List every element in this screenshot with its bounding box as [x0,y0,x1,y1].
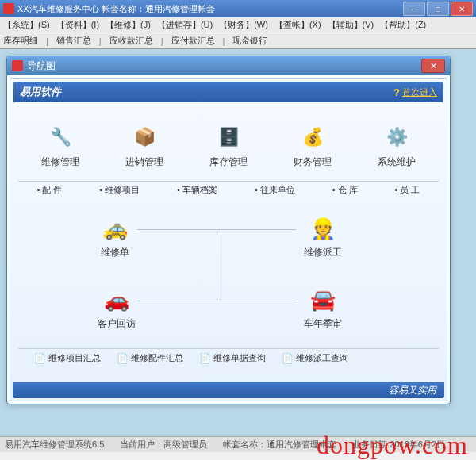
slogan-text: 容易又实用 [389,384,436,397]
report-dispatch[interactable]: 维修派工查询 [282,352,348,364]
car-icon: 🚗 [99,285,134,315]
tool-payable[interactable]: 应付款汇总 [171,35,215,47]
nav-close-button[interactable]: ✕ [421,59,445,73]
menu-repair[interactable]: 【维修】(J) [106,19,151,31]
report-orders[interactable]: 维修单据查询 [199,352,266,364]
close-button[interactable]: ✕ [451,2,473,16]
toolbar: 库存明细| 销售汇总| 应收款汇总| 应付款汇总| 现金银行 [0,33,476,49]
cabinet-icon: 🗄️ [213,122,244,152]
tool-inventory[interactable]: 库存明细 [3,35,38,47]
menu-aux[interactable]: 【辅助】(V) [328,19,374,31]
module-system[interactable]: ⚙️ 系统维护 [378,122,416,169]
report-parts[interactable]: 维修配件汇总 [117,352,183,364]
brand-text: 易用软件 [20,85,61,99]
menubar: 【系统】(S) 【资料】(I) 【维修】(J) 【进销存】(U) 【财务】(W)… [0,17,476,33]
nav-titlebar: 导航图 ✕ [7,56,450,75]
flow-callback[interactable]: 🚗 客户回访 [98,285,136,331]
sub-parts[interactable]: • 配 件 [36,184,62,196]
mdi-workspace: 导航图 ✕ 易用软件 ? 首次进入 🔧 维修管理 📦 进销管理 [0,49,476,436]
menu-help[interactable]: 【帮助】(Z) [380,19,426,31]
brand-bar: 易用软件 ? 首次进入 [13,82,443,102]
flow-connector [217,229,217,301]
status-app: 易用汽车维修管理系统6.5 [5,439,104,450]
module-purchase[interactable]: 📦 进销管理 [125,122,163,169]
help-icon: ? [393,86,400,98]
flow-dispatch[interactable]: 👷 维修派工 [304,213,342,259]
car-icon: 🚘 [305,285,340,315]
statusbar: 易用汽车维修管理系统6.5 当前用户：高级管理员 帐套名称：通用汽修管理帐套 业… [0,436,476,452]
minimize-button[interactable]: – [403,2,425,16]
box-icon: 📦 [129,122,159,152]
wrench-icon: 🔧 [45,122,75,152]
sub-staff[interactable]: • 员 工 [395,184,420,196]
sub-warehouse[interactable]: • 仓 库 [332,184,358,196]
tool-sales[interactable]: 销售汇总 [56,35,91,47]
module-finance[interactable]: 💰 财务管理 [294,122,332,169]
module-inventory[interactable]: 🗄️ 库存管理 [209,122,248,169]
tool-cash[interactable]: 现金银行 [232,35,267,47]
module-row: 🔧 维修管理 📦 进销管理 🗄️ 库存管理 💰 财务管理 ⚙️ 系统 [18,110,439,182]
module-repair[interactable]: 🔧 维修管理 [41,122,79,169]
nav-window: 导航图 ✕ 易用软件 ? 首次进入 🔧 维修管理 📦 进销管理 [6,56,451,404]
first-enter-link[interactable]: 首次进入 [402,86,437,98]
nav-icon [12,60,23,71]
tool-receivable[interactable]: 应收款汇总 [109,35,153,47]
sub-items[interactable]: • 维修项目 [99,184,140,196]
flow-connector [137,301,296,301]
status-user: 当前用户：高级管理员 [120,439,207,450]
nav-title: 导航图 [27,59,421,73]
status-date: 业务日期:2016年6月2日 [352,439,445,450]
menu-system[interactable]: 【系统】(S) [3,19,50,31]
car-icon: 🚕 [98,213,132,243]
worker-icon: 👷 [305,213,340,243]
report-items[interactable]: 维修项目汇总 [34,352,101,364]
sub-vehicles[interactable]: • 车辆档案 [177,184,217,196]
menu-data[interactable]: 【资料】(I) [56,19,99,31]
money-icon: 💰 [298,122,328,152]
nav-body: 易用软件 ? 首次进入 🔧 维修管理 📦 进销管理 🗄️ 库存管理 [10,78,447,401]
maximize-button[interactable]: □ [427,2,449,16]
menu-stock[interactable]: 【进销存】(U) [157,19,213,31]
sub-partners[interactable]: • 往来单位 [255,184,295,196]
window-title: XX汽车维修服务中心 帐套名称：通用汽修管理帐套 [17,3,403,15]
status-account: 帐套名称：通用汽修管理帐套 [223,439,336,450]
menu-query[interactable]: 【查帐】(X) [274,19,321,31]
slogan-bar: 容易又实用 [13,382,444,398]
menu-finance[interactable]: 【财务】(W) [219,19,268,31]
sub-links: • 配 件 • 维修项目 • 车辆档案 • 往来单位 • 仓 库 • 员 工 [18,182,439,197]
flow-inspection[interactable]: 🚘 车年季审 [304,285,342,331]
flow-diagram: 🚕 维修单 👷 维修派工 🚗 客户回访 🚘 车年季审 [18,205,439,340]
gear-icon: ⚙️ [382,122,412,152]
window-titlebar: XX汽车维修服务中心 帐套名称：通用汽修管理帐套 – □ ✕ [0,0,476,17]
app-icon [3,3,14,14]
flow-repair-order[interactable]: 🚕 维修单 [98,213,132,259]
